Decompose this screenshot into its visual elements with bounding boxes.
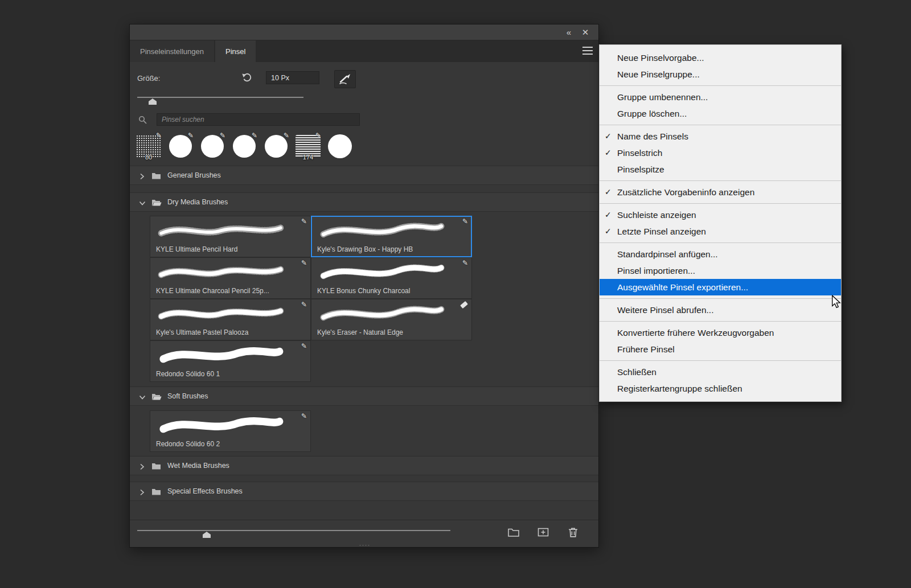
menu-item-label: Frühere Pinsel (617, 344, 675, 354)
menu-item-pinselstrich[interactable]: ✓ Pinselstrich (600, 145, 841, 161)
thumbnail-size-slider-thumb[interactable] (203, 532, 211, 538)
menu-item-name-des-pinsels[interactable]: ✓ Name des Pinsels (600, 128, 841, 145)
chevron-down-icon (139, 393, 146, 400)
group-label: Soft Brushes (167, 392, 208, 400)
size-row: Größe: (137, 71, 591, 86)
menu-item-pinselspitze[interactable]: Pinselspitze (600, 161, 841, 178)
empty-grid-cell (311, 340, 472, 382)
brush-size-number: 174 (292, 154, 324, 161)
menu-item-label: Schließen (617, 367, 656, 377)
search-input[interactable] (157, 113, 360, 126)
brush-item-kyles-drawing-box-happy-hb[interactable]: ✎ Kyle's Drawing Box - Happy HB (311, 216, 472, 257)
group-row-dry-media-brushes[interactable]: Dry Media Brushes (130, 192, 598, 212)
new-brush-icon[interactable] (537, 526, 549, 538)
brush-item-kyle-ultimate-charcoal-pencil[interactable]: ✎ KYLE Ultimate Charcoal Pencil 25p... (150, 257, 311, 299)
brush-name: Kyle's Eraser - Natural Edge (317, 328, 467, 336)
brush-item-kyle-bonus-chunky-charcoal[interactable]: ✎ KYLE Bonus Chunky Charcoal (311, 257, 472, 299)
menu-item-gruppe-loeschen[interactable]: Gruppe löschen... (600, 105, 841, 122)
menu-item-schliessen[interactable]: Schließen (600, 364, 841, 380)
size-slider-thumb[interactable] (149, 98, 157, 105)
menu-separator (600, 298, 841, 299)
size-slider-track (137, 97, 303, 98)
pencil-icon: ✎ (301, 412, 307, 420)
recent-brush-thumbnail[interactable]: ✎ 174 (292, 131, 324, 161)
brush-size-number: 80 (133, 154, 165, 161)
menu-item-label: Ausgewählte Pinsel exportieren... (617, 282, 748, 292)
menu-item-gruppe-umbenennen[interactable]: Gruppe umbenennen... (600, 89, 841, 105)
pencil-icon: ✎ (188, 131, 194, 139)
menu-item-label: Zusätzliche Vorgabeninfo anzeigen (617, 187, 754, 197)
chevron-right-icon (139, 462, 146, 469)
recent-brush-thumbnail[interactable]: ✎ 80 (133, 131, 165, 161)
brush-name: Kyle's Drawing Box - Happy HB (317, 245, 467, 253)
tab-brush-settings[interactable]: Pinseleinstellungen (130, 40, 214, 62)
menu-item-label: Name des Pinsels (617, 131, 688, 141)
menu-item-suchleiste-anzeigen[interactable]: ✓ Suchleiste anzeigen (600, 207, 841, 223)
folder-closed-icon (151, 171, 162, 179)
menu-item-pinsel-importieren[interactable]: Pinsel importieren... (600, 262, 841, 279)
brush-item-kyles-ultimate-pastel-palooza[interactable]: ✎ Kyle's Ultimate Pastel Palooza (150, 299, 311, 340)
panel-tabbar: Pinseleinstellungen Pinsel (130, 40, 598, 62)
menu-item-label: Pinselspitze (617, 165, 664, 174)
recent-brush-thumbnail[interactable]: ✎ (260, 131, 292, 161)
size-label: Größe: (137, 74, 160, 83)
menu-item-neue-pinselgruppe[interactable]: Neue Pinselgruppe... (600, 66, 841, 83)
size-input[interactable] (266, 71, 319, 84)
tab-brushes[interactable]: Pinsel (215, 40, 256, 62)
menu-item-letzte-pinsel-anzeigen[interactable]: ✓ Letzte Pinsel anzeigen (600, 223, 841, 240)
menu-item-fruehere-pinsel[interactable]: Frühere Pinsel (600, 341, 841, 357)
menu-separator (600, 321, 841, 322)
group-row-wet-media-brushes[interactable]: Wet Media Brushes (130, 456, 598, 475)
close-panel-icon[interactable]: ✕ (579, 27, 592, 38)
panel-content: Größe: (130, 62, 598, 520)
dry-media-brush-grid: ✎ KYLE Ultimate Pencil Hard ✎ Kyle's Dra… (150, 216, 598, 382)
thumbnail-size-slider-track[interactable] (137, 530, 450, 531)
delete-trash-icon[interactable] (567, 526, 579, 538)
brush-item-kyle-ultimate-pencil-hard[interactable]: ✎ KYLE Ultimate Pencil Hard (150, 216, 311, 257)
menu-item-label: Konvertierte frühere Werkzeugvorgaben (617, 328, 774, 338)
folder-closed-icon (151, 462, 162, 470)
brushes-panel: « ✕ Pinseleinstellungen Pinsel Größe: (129, 24, 599, 548)
collapse-panel-icon[interactable]: « (562, 27, 574, 38)
menu-item-label: Pinsel importieren... (617, 266, 695, 276)
group-row-soft-brushes[interactable]: Soft Brushes (130, 386, 598, 406)
brush-item-redondo-solido-60-1[interactable]: ✎ Redondo Sólido 60 1 (150, 340, 311, 382)
brush-name: Kyle's Ultimate Pastel Palooza (156, 328, 306, 336)
recent-brush-thumbnail[interactable]: ✎ (228, 131, 260, 161)
recent-brush-thumbnail[interactable]: ✎ (196, 131, 228, 161)
menu-item-weitere-pinsel-abrufen[interactable]: Weitere Pinsel abrufen... (600, 302, 841, 318)
recent-brush-thumbnail[interactable]: ✎ (165, 131, 196, 161)
menu-item-zusaetzliche-vorgabeninfo[interactable]: ✓ Zusätzliche Vorgabeninfo anzeigen (600, 184, 841, 200)
panel-resize-grip[interactable] (359, 545, 369, 546)
check-icon: ✓ (605, 223, 612, 240)
pencil-icon: ✎ (301, 301, 307, 309)
recent-brush-thumbnail[interactable] (324, 131, 356, 161)
menu-item-konvertierte-fruehere-werkzeugvorgaben[interactable]: Konvertierte frühere Werkzeugvorgaben (600, 324, 841, 341)
folder-closed-icon (151, 487, 162, 495)
group-label: Special Effects Brushes (167, 487, 243, 495)
group-row-general-brushes[interactable]: General Brushes (130, 166, 598, 185)
brush-stroke-preview-button[interactable] (334, 70, 356, 88)
menu-item-standardpinsel-anfuegen[interactable]: Standardpinsel anfügen... (600, 246, 841, 262)
brush-name: KYLE Ultimate Charcoal Pencil 25p... (156, 287, 306, 295)
brush-item-redondo-solido-60-2[interactable]: ✎ Redondo Sólido 60 2 (150, 410, 311, 452)
panel-flyout-menu: Neue Pinselvorgabe... Neue Pinselgruppe.… (599, 44, 842, 402)
menu-item-ausgewaehlte-pinsel-exportieren[interactable]: Ausgewählte Pinsel exportieren... (600, 279, 841, 295)
menu-item-label: Gruppe löschen... (617, 109, 687, 118)
group-label: Dry Media Brushes (167, 198, 228, 206)
brush-item-kyles-eraser-natural-edge[interactable]: Kyle's Eraser - Natural Edge (311, 299, 472, 340)
check-icon: ✓ (605, 145, 612, 161)
pencil-icon: ✎ (301, 342, 307, 350)
empty-grid-cell (311, 410, 472, 452)
reset-size-icon[interactable] (241, 72, 254, 84)
pencil-icon: ✎ (301, 217, 307, 225)
pencil-icon: ✎ (220, 131, 225, 139)
group-row-special-effects-brushes[interactable]: Special Effects Brushes (130, 482, 598, 501)
brush-name: Redondo Sólido 60 2 (156, 440, 306, 448)
check-icon: ✓ (605, 128, 612, 145)
menu-item-neue-pinselvorgabe[interactable]: Neue Pinselvorgabe... (600, 50, 841, 66)
new-group-folder-icon[interactable] (507, 526, 520, 538)
panel-menu-icon[interactable] (582, 47, 593, 55)
size-slider[interactable] (137, 95, 303, 104)
menu-item-registerkartengruppe-schliessen[interactable]: Registerkartengruppe schließen (600, 380, 841, 397)
